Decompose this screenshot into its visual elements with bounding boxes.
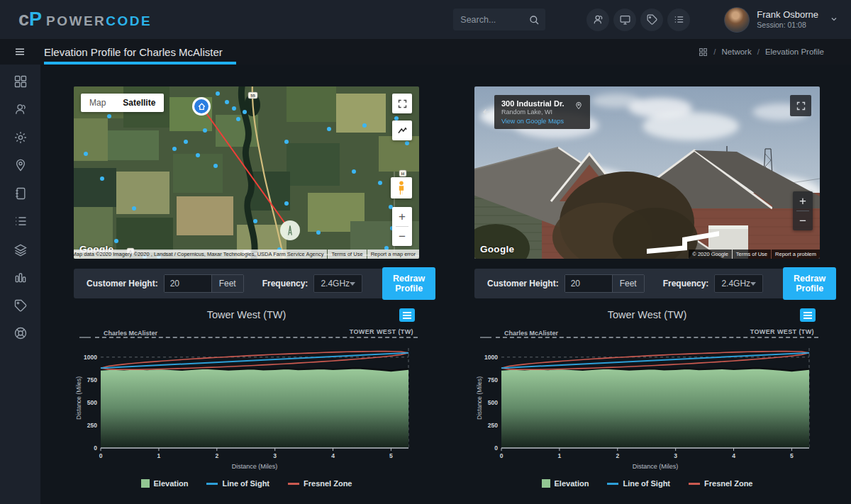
global-search [453,9,545,30]
sidebar-item-ledger[interactable] [0,179,40,208]
select-caret-icon [350,282,355,286]
app-root: cP POWERCODE Frank O [0,0,851,504]
monitor-icon[interactable] [613,9,636,31]
user-sessions-icon[interactable] [586,9,609,31]
legend-item-line-of-sight[interactable]: Line of Sight [607,479,670,488]
elevation-profile-chart: 02505007501000012345Distance (Miles)Dist… [474,342,820,474]
report-map-error-link[interactable]: Report a map error [367,250,419,259]
home-grid-icon[interactable] [699,47,708,57]
frequency-select[interactable]: 2.4GHz [313,274,362,293]
sidebar-item-lists[interactable] [0,208,40,236]
height-unit-label: Feet [211,275,243,292]
endpoint-dash [480,337,491,338]
legend-item-elevation[interactable]: Elevation [542,479,589,488]
streetview-fullscreen-button[interactable] [790,95,811,116]
frequency-select[interactable]: 2.4GHz [714,274,763,293]
svg-text:Distance (Miles): Distance (Miles) [476,376,483,420]
right-panel: 300 Industrial Dr. Random Lake, WI View … [474,86,820,504]
search-icon[interactable] [528,14,540,26]
sidebar-item-reports[interactable] [0,264,40,292]
sidebar-item-dashboard[interactable] [0,67,40,96]
sidebar-item-customers[interactable] [0,96,40,124]
report-problem-link[interactable]: Report a problem [772,250,820,259]
sidebar-item-inventory[interactable] [0,235,40,264]
chart-export-menu-button[interactable] [800,308,816,322]
sidebar-nav [0,65,40,504]
zoom-out-button[interactable]: − [793,211,813,230]
svg-text:2: 2 [215,452,218,459]
search-input[interactable] [460,15,528,25]
map-type-satellite-button[interactable]: Satellite [114,94,164,112]
breadcrumb-network[interactable]: Network [722,47,752,56]
sidebar-item-settings[interactable] [0,123,40,152]
streetview-attribution: © 2020 Google Terms of Use Report a prob… [689,250,820,259]
endpoint-dash [79,337,91,338]
customer-height-group: Feet [164,274,244,293]
svg-text:4: 4 [732,452,735,459]
map-fullscreen-button[interactable] [392,94,412,113]
sidebar-item-tags[interactable] [0,291,40,320]
legend-item-fresnel-zone[interactable]: Fresnel Zone [689,479,752,488]
session-timer: Session: 01:08 [757,21,818,30]
svg-text:500: 500 [488,399,498,406]
svg-text:4: 4 [331,452,335,459]
map-attribution-text: Map data ©2020 Imagery ©2020 , Landsat /… [74,250,327,259]
terms-of-use-link[interactable]: Terms of Use [733,250,771,259]
zoom-in-button[interactable]: + [392,207,412,226]
map-type-toggle: Map Satellite [81,94,164,112]
fresnel-zone-swatch [288,483,299,485]
view-on-google-maps-link[interactable]: View on Google Maps [501,118,564,125]
customer-height-input[interactable] [565,275,612,292]
svg-text:500: 500 [87,399,97,406]
streetview-copyright: © 2020 Google [689,250,732,259]
header-icon-group [586,9,690,31]
legend-item-line-of-sight[interactable]: Line of Sight [206,479,269,488]
svg-text:55: 55 [250,94,255,98]
svg-text:1000: 1000 [84,354,97,361]
map-rotate-tilt-button[interactable] [392,121,412,140]
customer-height-label: Customer Height: [87,279,158,289]
legend-item-elevation[interactable]: Elevation [141,479,189,488]
svg-text:0: 0 [500,452,504,459]
zoom-out-button[interactable]: − [392,227,412,246]
sidebar-item-network[interactable] [0,320,40,348]
street-view-card: 300 Industrial Dr. Random Lake, WI View … [474,86,820,259]
sidebar-item-mapping[interactable] [0,152,40,180]
task-list-icon[interactable] [667,9,690,31]
tag-icon[interactable] [640,9,663,31]
zoom-in-button[interactable]: + [793,191,813,211]
svg-text:750: 750 [87,376,97,383]
customer-home-marker[interactable] [192,97,211,116]
powercode-logo[interactable]: cP POWERCODE [18,9,152,30]
menu-toggle-icon[interactable] [6,45,34,58]
profile-controls: Customer Height: Feet Frequency: 2.4GHz … [74,269,419,298]
breadcrumb-separator: / [757,47,760,56]
breadcrumb-separator: / [713,47,716,56]
redraw-profile-button[interactable]: Redraw Profile [783,267,836,300]
svg-text:Distance (Miles): Distance (Miles) [633,463,679,470]
user-menu[interactable]: Frank Osborne Session: 01:08 [724,7,838,33]
title-accent-underline [44,62,236,65]
redraw-profile-button[interactable]: Redraw Profile [382,267,435,300]
tower-marker[interactable] [280,220,300,240]
elevation-chart-block-right: Tower West (TW) Charles McAlister TOWER … [474,308,820,488]
streetview-zoom-control: + − [793,191,813,230]
svg-text:1: 1 [558,452,562,459]
svg-text:0: 0 [94,444,97,452]
endpoint-tower-label: TOWER WEST (TW) [750,328,814,335]
chart-export-menu-button[interactable] [399,308,415,322]
back-arrow-icon[interactable] [479,104,494,120]
customer-height-label: Customer Height: [487,279,559,289]
map-type-map-button[interactable]: Map [81,94,114,112]
chart-title: Tower West (TW) [207,309,287,320]
terms-of-use-link[interactable]: Terms of Use [328,250,366,259]
customer-height-input[interactable] [165,275,211,292]
elevation-swatch [542,479,550,488]
map-pin-icon[interactable] [574,101,583,113]
chart-endpoints-row: Charles McAlister TOWER WEST (TW) [474,324,820,342]
satellite-map-image[interactable]: 55 A A H [74,86,419,259]
left-panel: 55 A A H Map Satellite [74,86,419,504]
legend-item-fresnel-zone[interactable]: Fresnel Zone [288,479,352,488]
svg-text:5: 5 [389,452,393,459]
pegman-streetview-control[interactable] [391,177,412,198]
